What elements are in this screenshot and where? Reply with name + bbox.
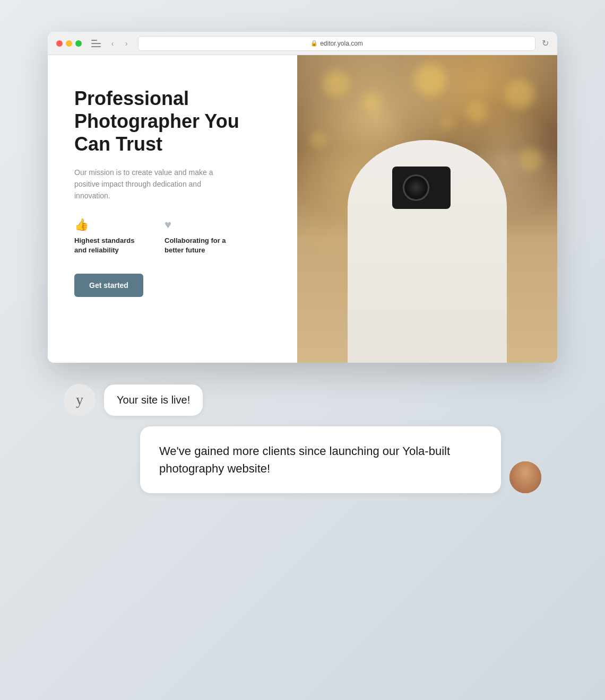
website-hero-left: Professional Photographer You Can Trust …	[48, 55, 297, 363]
yola-avatar: y	[64, 384, 96, 416]
chat-row-user: We've gained more clients since launchin…	[64, 426, 541, 493]
back-arrow-icon[interactable]: ‹	[107, 38, 118, 49]
sidebar-toggle-icon[interactable]	[91, 40, 101, 47]
photographer-image	[297, 55, 557, 363]
feature-label-standards: Highest standards and reliability	[74, 236, 143, 255]
forward-arrow-icon[interactable]: ›	[121, 38, 132, 49]
thumbs-up-icon: 👍	[74, 218, 143, 232]
address-bar[interactable]: 🔒 editor.yola.com	[138, 36, 535, 51]
heart-icon: ♥	[165, 218, 234, 232]
close-button[interactable]	[56, 40, 63, 47]
chat-bubble-testimonial: We've gained more clients since launchin…	[140, 426, 501, 493]
fullscreen-button[interactable]	[75, 40, 82, 47]
browser-nav: ‹ ›	[107, 38, 132, 49]
minimize-button[interactable]	[66, 40, 72, 47]
chat-row-yola: y Your site is live!	[64, 384, 541, 416]
hero-subtitle: Our mission is to create value and make …	[74, 167, 223, 202]
chat-message-2: We've gained more clients since launchin…	[159, 444, 450, 475]
website-hero-photo	[297, 55, 557, 363]
lock-icon: 🔒	[310, 40, 318, 47]
traffic-lights	[56, 40, 82, 47]
feature-item-standards: 👍 Highest standards and reliability	[74, 218, 143, 255]
browser-window: ‹ › 🔒 editor.yola.com ↻ Professional Pho…	[48, 32, 557, 363]
website-content: Professional Photographer You Can Trust …	[48, 55, 557, 363]
chat-message-1: Your site is live!	[117, 394, 190, 406]
user-avatar	[509, 461, 541, 493]
feature-label-collaborating: Collaborating for a better future	[165, 236, 234, 255]
reload-button[interactable]: ↻	[542, 38, 549, 48]
chat-section: y Your site is live! We've gained more c…	[48, 384, 557, 493]
features-row: 👍 Highest standards and reliability ♥ Co…	[74, 218, 271, 255]
url-text: editor.yola.com	[320, 40, 363, 47]
feature-item-collaborating: ♥ Collaborating for a better future	[165, 218, 234, 255]
yola-letter: y	[76, 391, 83, 408]
chat-bubble-live: Your site is live!	[104, 384, 203, 416]
hero-title: Professional Photographer You Can Trust	[74, 87, 271, 156]
browser-toolbar: ‹ › 🔒 editor.yola.com ↻	[48, 32, 557, 55]
get-started-button[interactable]: Get started	[74, 274, 143, 297]
